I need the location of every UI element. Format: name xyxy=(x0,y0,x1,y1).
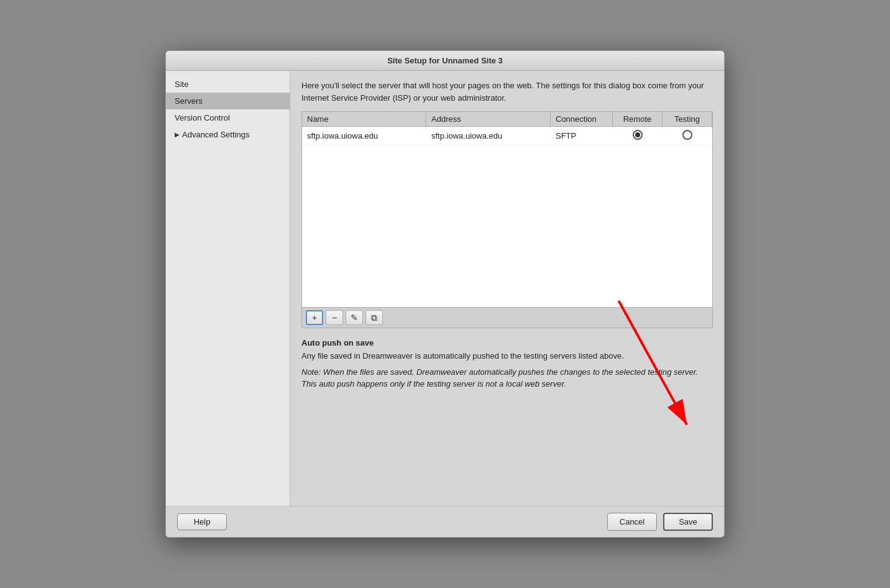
cell-connection: SFTP xyxy=(551,128,613,144)
dialog-titlebar: Site Setup for Unnamed Site 3 xyxy=(166,51,724,71)
autopush-section: Auto push on save Any file saved in Drea… xyxy=(301,336,713,393)
sidebar-item-version-control[interactable]: Version Control xyxy=(166,109,290,126)
cell-testing[interactable] xyxy=(663,127,712,145)
sidebar-item-version-control-label: Version Control xyxy=(175,113,230,122)
site-setup-dialog: Site Setup for Unnamed Site 3 Site Serve… xyxy=(165,50,725,538)
servers-table: Name Address Connection Remote Testing xyxy=(301,111,713,328)
main-content: Here you'll select the server that will … xyxy=(290,71,724,506)
testing-radio[interactable] xyxy=(682,130,692,140)
sidebar-item-advanced-settings-label: Advanced Settings xyxy=(182,130,249,139)
expand-arrow-icon: ▶ xyxy=(175,131,180,138)
sidebar: Site Servers Version Control ▶ Advanced … xyxy=(166,71,290,506)
duplicate-server-button[interactable]: ⧉ xyxy=(365,310,383,325)
dialog-footer: Help Cancel Save xyxy=(166,506,724,537)
duplicate-icon: ⧉ xyxy=(371,313,377,323)
sidebar-item-site-label: Site xyxy=(175,80,188,89)
table-empty-area xyxy=(302,145,712,307)
table-header: Name Address Connection Remote Testing xyxy=(302,112,712,127)
cell-address: sftp.iowa.uiowa.edu xyxy=(426,128,551,144)
cell-remote[interactable] xyxy=(613,127,663,145)
table-row[interactable]: sftp.iowa.uiowa.edu sftp.iowa.uiowa.edu … xyxy=(302,127,712,145)
col-header-testing: Testing xyxy=(663,112,712,126)
table-toolbar: + − ✎ ⧉ xyxy=(302,307,712,328)
dialog-title: Site Setup for Unnamed Site 3 xyxy=(387,56,503,65)
autopush-description: Any file saved in Dreamweaver is automat… xyxy=(301,350,713,362)
edit-server-button[interactable]: ✎ xyxy=(346,310,363,325)
autopush-note: Note: When the files are saved, Dreamwea… xyxy=(301,366,713,390)
sidebar-item-servers[interactable]: Servers xyxy=(166,93,290,109)
sidebar-item-servers-label: Servers xyxy=(175,96,203,106)
col-header-address: Address xyxy=(426,112,551,126)
remove-server-button[interactable]: − xyxy=(326,310,343,325)
col-header-remote: Remote xyxy=(613,112,663,126)
col-header-connection: Connection xyxy=(551,112,613,126)
autopush-title: Auto push on save xyxy=(301,338,713,347)
add-server-button[interactable]: + xyxy=(306,310,323,325)
servers-description: Here you'll select the server that will … xyxy=(301,80,713,104)
edit-icon: ✎ xyxy=(351,313,358,323)
cell-name: sftp.iowa.uiowa.edu xyxy=(302,128,426,144)
remote-radio[interactable] xyxy=(633,130,643,140)
save-button[interactable]: Save xyxy=(663,513,713,531)
footer-right-buttons: Cancel Save xyxy=(607,513,713,531)
sidebar-item-site[interactable]: Site xyxy=(166,76,290,93)
cancel-button[interactable]: Cancel xyxy=(607,513,657,531)
help-button[interactable]: Help xyxy=(177,513,227,530)
sidebar-item-advanced-settings[interactable]: ▶ Advanced Settings xyxy=(166,126,290,143)
dialog-body: Site Servers Version Control ▶ Advanced … xyxy=(166,71,724,506)
col-header-name: Name xyxy=(302,112,426,126)
